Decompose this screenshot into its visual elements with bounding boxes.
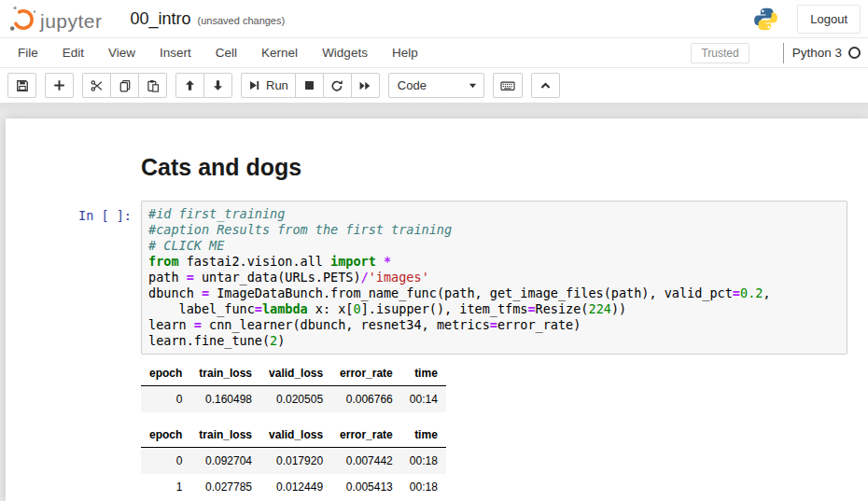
kernel-divider [783, 43, 784, 63]
menubar: File Edit View Insert Cell Kernel Widget… [0, 37, 868, 68]
training-results-table: epochtrain_lossvalid_losserror_ratetime0… [141, 424, 868, 500]
code-line: learn.fine_tune(2) [148, 333, 840, 349]
menu-widgets[interactable]: Widgets [310, 38, 380, 67]
toggle-toolbar-button[interactable] [531, 73, 560, 98]
input-prompt: In [ ]: [6, 201, 141, 355]
code-line: dbunch = ImageDataBunch.from_name_func(p… [148, 285, 840, 301]
column-header: epoch [141, 424, 190, 448]
plus-icon [53, 79, 65, 91]
column-header: train_loss [190, 424, 260, 448]
table-cell: 0 [141, 386, 190, 413]
jupyter-logo[interactable]: jupyter [9, 4, 103, 34]
app-name: jupyter [40, 11, 103, 34]
table-cell: 1 [141, 474, 190, 500]
save-icon [16, 79, 29, 92]
menu-file[interactable]: File [6, 38, 50, 67]
column-header: valid_loss [260, 424, 331, 448]
table-cell: 0.006766 [331, 386, 401, 413]
menu-cell[interactable]: Cell [203, 38, 249, 67]
table-row: 00.0927040.0179200.00744200:18 [141, 448, 446, 475]
cut-cells-button[interactable] [82, 73, 111, 98]
code-line: #id first_training [148, 206, 840, 222]
run-label: Run [266, 78, 288, 92]
table-cell: 0.017920 [260, 448, 331, 475]
notebook-container: Cats and dogs In [ ]: #id first_training… [6, 118, 868, 501]
column-header: valid_loss [260, 363, 331, 386]
command-palette-button[interactable] [493, 73, 523, 98]
code-line: # CLICK ME [148, 238, 840, 254]
keyboard-icon [500, 79, 515, 92]
code-input-area[interactable]: #id first_training#caption Results from … [141, 201, 847, 355]
paste-cells-button[interactable] [138, 73, 167, 98]
markdown-cell[interactable]: Cats and dogs [6, 154, 868, 201]
code-line: #caption Results from the first training [148, 222, 840, 238]
notebook-title[interactable]: 00_intro [131, 9, 191, 29]
code-cell[interactable]: In [ ]: #id first_training#caption Resul… [6, 201, 868, 355]
column-header: epoch [141, 363, 190, 386]
cell-type-select[interactable]: Code [388, 73, 484, 98]
table-cell: 0.092704 [190, 448, 260, 475]
copy-icon [119, 79, 132, 92]
refresh-icon [330, 79, 343, 92]
table-cell: 0 [141, 448, 190, 475]
move-cell-up-button[interactable] [175, 73, 204, 98]
column-header: error_rate [331, 363, 401, 386]
table-row: 00.1604980.0205050.00676600:14 [141, 386, 446, 413]
copy-cells-button[interactable] [110, 73, 139, 98]
table-cell: 0.012449 [260, 474, 331, 500]
training-results-table: epochtrain_lossvalid_losserror_ratetime0… [141, 363, 868, 412]
code-line: label_func=lambda x: x[0].isupper(), ite… [148, 301, 840, 317]
kernel-name: Python 3 [792, 46, 842, 60]
kernel-idle-indicator-icon [848, 47, 861, 59]
stop-icon [303, 79, 315, 91]
output-area: epochtrain_lossvalid_losserror_ratetime0… [141, 355, 868, 500]
trusted-badge[interactable]: Trusted [691, 43, 749, 63]
move-cell-down-button[interactable] [203, 73, 232, 98]
arrow-down-icon [212, 79, 224, 91]
logout-button[interactable]: Logout [797, 5, 861, 34]
table-cell: 00:18 [401, 474, 446, 500]
run-cell-button[interactable]: Run [241, 73, 296, 98]
table-cell: 0.005413 [331, 474, 401, 500]
menu-edit[interactable]: Edit [50, 38, 96, 67]
column-header: train_loss [190, 363, 260, 386]
cell-type-value: Code [398, 78, 427, 92]
checkpoint-status: (unsaved changes) [198, 11, 286, 26]
site-background: Cats and dogs In [ ]: #id first_training… [0, 103, 868, 501]
menu-view[interactable]: View [96, 38, 147, 67]
menu-kernel[interactable]: Kernel [249, 38, 310, 67]
code-line: from fastai2.vision.all import * [148, 254, 840, 270]
scissors-icon [91, 79, 104, 92]
save-button[interactable] [7, 73, 36, 98]
code-line: learn = cnn_learner(dbunch, resnet34, me… [148, 317, 840, 333]
column-header: error_rate [331, 424, 401, 448]
menu-insert[interactable]: Insert [147, 38, 203, 67]
table-cell: 0.007442 [331, 448, 401, 475]
table-cell: 00:14 [401, 386, 446, 413]
notebook-heading: Cats and dogs [141, 154, 301, 181]
restart-kernel-button[interactable] [323, 73, 352, 98]
toolbar: Run Code [0, 68, 868, 103]
insert-cell-below-button[interactable] [45, 73, 74, 98]
menu-help[interactable]: Help [380, 38, 430, 67]
table-cell: 0.027785 [190, 474, 260, 500]
step-forward-icon [248, 79, 260, 91]
header: jupyter 00_intro (unsaved changes) Logou… [0, 0, 868, 37]
fast-forward-icon [358, 79, 371, 92]
table-cell: 0.160498 [190, 386, 260, 413]
caret-down-icon [469, 81, 477, 90]
table-row: 10.0277850.0124490.00541300:18 [141, 474, 446, 500]
jupyter-logo-icon [9, 4, 37, 34]
table-cell: 0.020505 [260, 386, 331, 413]
chevron-up-icon [539, 79, 552, 91]
code-lines: #id first_training#caption Results from … [148, 206, 840, 349]
restart-run-all-button[interactable] [351, 73, 380, 98]
table-cell: 00:18 [401, 448, 446, 475]
paste-icon [147, 79, 160, 92]
arrow-up-icon [184, 79, 196, 91]
python-logo-icon [753, 7, 778, 32]
column-header: time [401, 424, 446, 448]
interrupt-kernel-button[interactable] [295, 73, 324, 98]
code-line: path = untar_data(URLs.PETS)/'images' [148, 270, 840, 285]
column-header: time [401, 363, 446, 386]
